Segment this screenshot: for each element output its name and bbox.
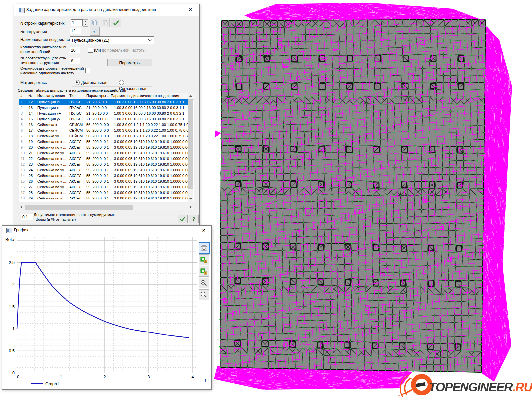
table-cell: 3 0.00 0.05 19.610 19.610 19.610 1.0000 … bbox=[109, 162, 188, 167]
table-cell: 24 bbox=[27, 167, 36, 173]
table-row[interactable]: 1425Сейсмика по x ...АКСЕЛ55 200 0 0 13 … bbox=[19, 173, 188, 179]
paste-button[interactable] bbox=[100, 18, 110, 27]
sum-forms-label-line1: Суммировать формы перемещений bbox=[20, 66, 84, 70]
table-row[interactable]: 1122Сейсмика по x ...АКСЕЛ55 200 0 0 13 … bbox=[19, 156, 188, 162]
export-excel-2-button[interactable] bbox=[199, 266, 209, 277]
table-row[interactable]: 1223Сейсмика по y ...АКСЕЛ55 200 0 0 13 … bbox=[19, 162, 188, 167]
col-header-params[interactable]: Параметры ... bbox=[85, 93, 109, 99]
table-row[interactable]: 112Пульсация x+ПУЛЬС21 20 8 0 01.00 3 0.… bbox=[19, 99, 188, 105]
fe-mesh-view[interactable] bbox=[213, 0, 532, 399]
table-cell: Сейсмика по y ... bbox=[36, 196, 68, 201]
table-cell: 55 200 0 0 1 bbox=[85, 139, 109, 145]
impact-name-value: Пульсационное (21) bbox=[72, 38, 109, 43]
table-horizontal-scrollbar[interactable] bbox=[19, 204, 193, 210]
loads-table: # №. Имя загружения Тип Параметры ... Па… bbox=[19, 93, 194, 202]
zoom-out-button[interactable] bbox=[199, 278, 209, 288]
table-row[interactable]: 516Сейсмика xСЕЙСМ56 200 0 0 01.00 3 0.0… bbox=[19, 122, 188, 128]
table-row[interactable]: 1021Сейсмика по xy...АКСЕЛ55 200 0 0 13 … bbox=[19, 150, 188, 156]
table-cell: СЕЙСМ bbox=[68, 133, 85, 139]
col-header-name[interactable]: Имя загружения bbox=[36, 93, 68, 99]
mass-matrix-option-diagonal[interactable]: Диагональная bbox=[75, 80, 107, 86]
radio-selected-icon[interactable] bbox=[75, 80, 80, 85]
parameters-button[interactable]: Параметры bbox=[107, 59, 152, 66]
table-row[interactable]: 718Сейсмика xyСЕЙСМ56 200 0 0 01.00 3 0.… bbox=[19, 133, 188, 139]
apply-row-button[interactable] bbox=[111, 18, 121, 27]
table-row[interactable]: 1829Сейсмика по y ...АКСЕЛ55 200 0 0 13 … bbox=[19, 196, 188, 201]
table-cell: 1.00 3 0.00 1 2 1 1.20 0.22 1.00 1.00 0.… bbox=[109, 122, 188, 128]
spinner-up-icon[interactable] bbox=[84, 21, 87, 22]
table-cell: 56 200 0 0 0 bbox=[85, 128, 109, 133]
impact-name-select[interactable]: Пульсационное (21) bbox=[70, 36, 154, 44]
load-number-input[interactable] bbox=[70, 28, 81, 34]
modes-count-input[interactable] bbox=[70, 47, 80, 53]
scroll-up-icon[interactable] bbox=[188, 93, 193, 99]
table-cell: 10 bbox=[19, 150, 27, 156]
table-cell: ПУЛЬС bbox=[68, 99, 85, 105]
table-cell: 12 bbox=[19, 162, 27, 167]
col-header-index[interactable]: # bbox=[19, 93, 27, 99]
col-header-type[interactable]: Тип bbox=[68, 93, 85, 99]
table-cell: АКСЕЛ bbox=[68, 190, 85, 196]
export-excel-button[interactable] bbox=[199, 254, 209, 265]
sum-forms-checkbox[interactable] bbox=[85, 68, 90, 73]
table-cell: 1.00 3 0.00 16.00 3 16.00 30.80 2 0 0.3 … bbox=[109, 111, 188, 116]
help-button[interactable]: ? bbox=[189, 215, 199, 223]
table-cell: 13 bbox=[27, 105, 36, 111]
table-cell: Сейсмика xy bbox=[36, 133, 68, 139]
or-checkbox[interactable] bbox=[88, 48, 93, 53]
table-row[interactable]: 1627Сейсмика по xy...АКСЕЛ55 200 0 0 13 … bbox=[19, 184, 188, 190]
table-cell: 55 200 0 0 1 bbox=[85, 190, 109, 196]
static-load-input[interactable] bbox=[70, 58, 80, 64]
ok-button[interactable] bbox=[178, 215, 188, 223]
table-row[interactable]: 415Пульсация y-ПУЛЬС21 20 11 0 01.00 3 0… bbox=[19, 116, 188, 122]
table-cell: АКСЕЛ bbox=[68, 150, 85, 156]
cut-button[interactable]: ✂ bbox=[90, 27, 100, 36]
table-row[interactable]: 213Пульсация x-ПУЛЬС21 20 9 0 01.00 3 0.… bbox=[19, 105, 188, 111]
zoom-in-button[interactable] bbox=[199, 289, 209, 300]
col-header-dyn-params[interactable]: Параметры динамического воздействия bbox=[109, 93, 188, 99]
scroll-left-icon[interactable] bbox=[19, 204, 24, 210]
table-cell: 26 bbox=[27, 179, 36, 184]
vscroll-thumb[interactable] bbox=[188, 99, 193, 189]
table-cell: 1.00 3 0.00 1 2 1 1.20 0.22 1.00 1.00 0.… bbox=[109, 133, 188, 139]
table-row[interactable]: 314Пульсация y+ПУЛЬС21 20 10 0 01.00 3 0… bbox=[19, 111, 188, 116]
zoom-in-icon bbox=[200, 291, 207, 298]
snapshot-button[interactable] bbox=[199, 242, 210, 254]
close-icon[interactable]: ✕ bbox=[185, 4, 195, 15]
table-cell: 21 20 10 0 0 bbox=[85, 111, 109, 116]
table-row[interactable]: 1526Сейсмика по y ...АКСЕЛ55 200 0 0 13 … bbox=[19, 179, 188, 184]
check-icon bbox=[112, 20, 120, 26]
table-cell: 15 bbox=[27, 116, 36, 122]
row-spinner[interactable] bbox=[83, 19, 88, 27]
table-cell: 8 bbox=[19, 139, 27, 145]
row-input[interactable] bbox=[71, 19, 83, 26]
modes-label-line1: Количество учитываемых bbox=[20, 45, 66, 49]
spinner-down-icon[interactable] bbox=[84, 24, 87, 25]
scroll-right-icon[interactable] bbox=[188, 204, 193, 210]
table-vertical-scrollbar[interactable] bbox=[188, 93, 193, 202]
frequency-tolerance-input[interactable] bbox=[21, 214, 33, 220]
table-cell: 18 bbox=[19, 196, 27, 201]
table-cell: 20 bbox=[27, 145, 36, 150]
x-tick-label: 2 bbox=[104, 375, 106, 379]
table-cell: Сейсмика по xy... bbox=[36, 167, 68, 173]
table-row[interactable]: 920Сейсмика по y ...АКСЕЛ55 200 0 0 13 0… bbox=[19, 145, 188, 150]
copy-button[interactable] bbox=[90, 18, 99, 27]
table-cell: ПУЛЬС bbox=[68, 116, 85, 122]
col-header-number[interactable]: №. bbox=[27, 93, 36, 99]
svg-text:TOPENGINEER.RU: TOPENGINEER.RU bbox=[429, 380, 532, 394]
table-cell: Сейсмика по y ... bbox=[36, 145, 68, 150]
radio-icon[interactable] bbox=[119, 80, 124, 85]
snapshot-icon bbox=[200, 245, 208, 251]
table-cell: 11 bbox=[19, 156, 27, 162]
table-row[interactable]: 617Сейсмика yСЕЙСМ56 200 0 0 01.00 3 0.0… bbox=[19, 128, 188, 133]
table-row[interactable]: 1728Сейсмика по x ...АКСЕЛ55 200 0 0 13 … bbox=[19, 190, 188, 196]
graph-window-icon bbox=[6, 228, 12, 233]
y-tick-label: 0.5 bbox=[9, 349, 15, 353]
table-row[interactable]: 819Сейсмика по x ...АКСЕЛ55 200 0 0 13 0… bbox=[19, 139, 188, 145]
graph-close-icon[interactable]: ✕ bbox=[199, 226, 209, 235]
table-cell: 16 bbox=[19, 184, 27, 190]
hscroll-thumb[interactable] bbox=[25, 205, 133, 210]
table-row[interactable]: 1324Сейсмика по xy...АКСЕЛ55 200 0 0 13 … bbox=[19, 167, 188, 173]
scroll-down-icon[interactable] bbox=[188, 197, 193, 202]
